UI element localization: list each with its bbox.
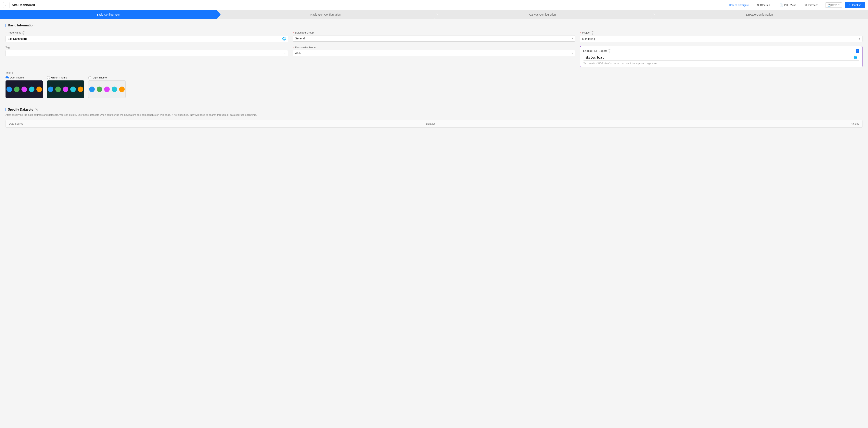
pdf-export-box: Enable PDF Export ? 🌐 You can click "PDF… <box>580 46 863 67</box>
dark-theme-radio[interactable] <box>5 76 9 79</box>
belonged-group-select[interactable]: General <box>293 35 576 41</box>
page-name-help-icon[interactable]: ? <box>22 31 25 34</box>
basic-information-title: Basic Information <box>5 24 863 27</box>
col-actions: Actions <box>843 122 859 125</box>
belonged-group-group: * Belonged Group General ▼ <box>293 31 576 42</box>
dot-l5 <box>119 87 125 92</box>
step-bar: Basic Configuration Navigation Configura… <box>0 10 868 19</box>
page-name-group: * Page Name ? 🌐 <box>5 31 288 42</box>
dot-1 <box>6 87 12 92</box>
back-button[interactable]: ← <box>3 2 9 8</box>
step-basic[interactable]: Basic Configuration <box>0 10 217 19</box>
divider-4 <box>822 3 822 7</box>
project-help-icon[interactable]: ? <box>591 31 594 34</box>
pdf-name-input[interactable] <box>583 55 859 60</box>
datasets-title-label: Specify Datasets <box>8 108 33 111</box>
pdf-view-label: PDF View <box>784 4 796 6</box>
preview-button[interactable]: 👁 Preview <box>803 3 818 7</box>
globe-icon-1[interactable]: 🌐 <box>282 37 286 40</box>
pdf-icon: 📄 <box>780 3 783 7</box>
light-theme-preview <box>88 80 126 98</box>
theme-label: Theme <box>5 71 863 74</box>
theme-section: Theme Dark Theme <box>5 71 863 98</box>
tag-group: Tag ▼ <box>5 46 288 56</box>
others-button[interactable]: ⚙ Others ▼ <box>755 3 772 8</box>
globe-icon-2[interactable]: 🌐 <box>854 56 857 59</box>
light-theme-radio-label: Light Theme <box>88 76 107 79</box>
tag-label: Tag <box>5 46 288 49</box>
save-button[interactable]: 💾 Save ▼ <box>825 2 842 8</box>
divider-2 <box>775 3 775 7</box>
green-theme-option[interactable]: Green Theme <box>47 76 84 98</box>
publish-label: Publish <box>852 4 861 7</box>
preview-label: Preview <box>808 4 817 6</box>
green-theme-radio[interactable] <box>47 76 50 79</box>
save-icon: 💾 <box>828 4 831 6</box>
page-name-label: * Page Name ? <box>5 31 288 34</box>
dot-4 <box>29 87 34 92</box>
step-navigation[interactable]: Navigation Configuration <box>217 10 434 19</box>
page-title: Site Dashboard <box>12 3 726 7</box>
form-row-2: Tag ▼ * Responsive Mode Web Mobile Table… <box>5 46 863 67</box>
light-theme-radio[interactable] <box>88 76 91 79</box>
dark-theme-preview <box>5 80 43 98</box>
dot-g4 <box>70 87 76 92</box>
datasets-description: After specifying the data sources and da… <box>5 113 863 117</box>
step-linkage[interactable]: Linkage Configuration <box>651 10 868 19</box>
title-bar-decoration-2 <box>5 108 6 111</box>
chevron-down-icon: ▼ <box>769 4 771 6</box>
responsive-mode-select[interactable]: Web Mobile Tablet <box>293 50 576 56</box>
dot-l3 <box>104 87 110 92</box>
pdf-export-checkbox[interactable] <box>856 49 859 53</box>
pdf-view-button[interactable]: 📄 PDF View <box>778 3 797 8</box>
publish-button[interactable]: ✈ Publish <box>845 2 865 8</box>
header-actions: How to Configure ⚙ Others ▼ 📄 PDF View 👁… <box>729 2 865 8</box>
datasets-title: Specify Datasets ? <box>5 108 863 111</box>
step-basic-label: Basic Configuration <box>96 13 120 16</box>
basic-information-label: Basic Information <box>8 24 34 27</box>
light-theme-label: Light Theme <box>93 76 107 79</box>
section-divider <box>5 103 863 103</box>
form-row-1: * Page Name ? 🌐 * Belonged Group General… <box>5 31 863 42</box>
pdf-name-wrapper: 🌐 <box>583 55 859 60</box>
main-content: Basic Information * Page Name ? 🌐 * Belo… <box>0 19 868 428</box>
eye-icon: 👁 <box>804 3 807 7</box>
dot-l4 <box>112 87 117 92</box>
step-linkage-label: Linkage Configuration <box>746 13 773 16</box>
col-data-source: Data Source <box>9 122 426 125</box>
dot-l2 <box>97 87 102 92</box>
save-label: Save <box>831 4 837 6</box>
belonged-group-select-wrapper: General ▼ <box>293 35 576 41</box>
page-header: ← Site Dashboard How to Configure ⚙ Othe… <box>0 0 868 10</box>
datasets-section: Specify Datasets ? After specifying the … <box>5 108 863 128</box>
tag-select[interactable] <box>5 50 288 56</box>
title-bar-decoration <box>5 24 6 27</box>
green-theme-radio-label: Green Theme <box>47 76 67 79</box>
datasets-help-icon[interactable]: ? <box>35 108 38 111</box>
step-canvas[interactable]: Canvas Configuration <box>434 10 651 19</box>
theme-options: Dark Theme Green Theme <box>5 76 863 98</box>
responsive-mode-group: * Responsive Mode Web Mobile Tablet ▼ <box>293 46 576 56</box>
belonged-group-label: * Belonged Group <box>293 31 576 34</box>
light-theme-option[interactable]: Light Theme <box>88 76 126 98</box>
step-navigation-label: Navigation Configuration <box>310 13 340 16</box>
pdf-export-label-group: Enable PDF Export ? <box>583 49 611 52</box>
dot-g3 <box>63 87 68 92</box>
dot-2 <box>14 87 20 92</box>
dark-theme-option[interactable]: Dark Theme <box>5 76 43 98</box>
pdf-hint: You can click "PDF View" at the top bar … <box>583 62 859 65</box>
project-select[interactable]: Monitoring <box>580 36 863 42</box>
page-name-input[interactable] <box>5 36 288 42</box>
page-name-input-wrapper: 🌐 <box>5 36 288 42</box>
how-to-configure-link[interactable]: How to Configure <box>729 4 749 6</box>
dot-g5 <box>78 87 83 92</box>
required-star-2: * <box>293 31 294 34</box>
project-select-wrapper: Monitoring ▼ <box>580 36 863 42</box>
pdf-export-header: Enable PDF Export ? <box>583 49 859 53</box>
light-theme-dots <box>89 87 125 92</box>
pdf-export-help-icon[interactable]: ? <box>608 49 611 52</box>
green-theme-dots <box>48 87 83 92</box>
pdf-export-label: Enable PDF Export <box>583 49 607 52</box>
green-theme-label: Green Theme <box>51 76 67 79</box>
dot-l1 <box>89 87 95 92</box>
